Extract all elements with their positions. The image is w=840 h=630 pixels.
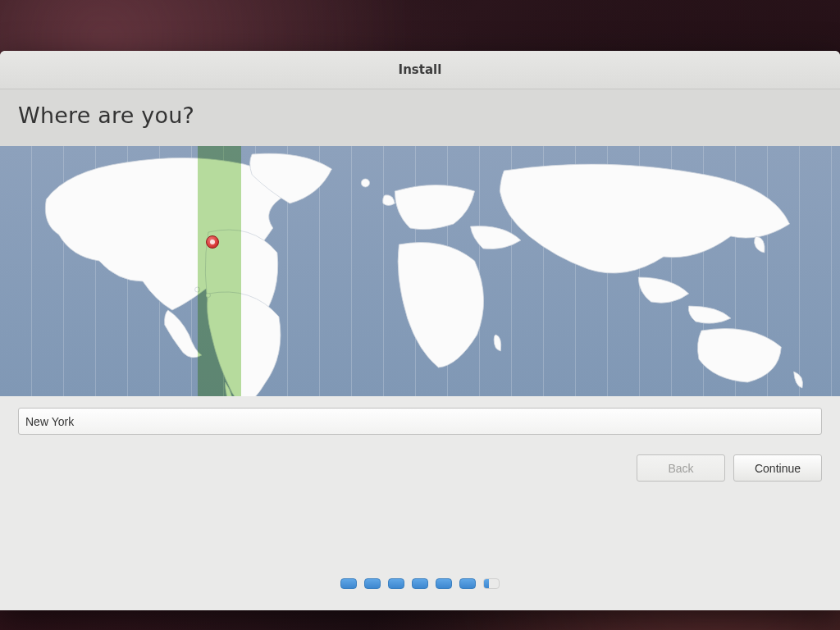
progress-dot — [459, 578, 476, 589]
installer-window: Install Where are you? — [0, 51, 840, 610]
svg-point-2 — [361, 179, 369, 187]
nav-button-row: Back Continue — [18, 454, 822, 482]
progress-dot — [436, 578, 452, 589]
location-input[interactable] — [18, 408, 822, 435]
selected-timezone-band — [198, 146, 241, 396]
back-button[interactable]: Back — [637, 454, 725, 482]
continue-button[interactable]: Continue — [733, 454, 822, 482]
title-bar: Install — [0, 51, 840, 89]
progress-dot — [388, 578, 404, 589]
progress-dot — [364, 578, 381, 589]
timezone-map[interactable] — [0, 146, 840, 396]
progress-dot — [340, 578, 357, 589]
content-area: Back Continue — [0, 396, 840, 610]
progress-dot — [412, 578, 428, 589]
world-map-graphic — [0, 146, 840, 396]
location-marker[interactable] — [206, 235, 219, 249]
progress-dot-current — [483, 578, 500, 589]
page-heading: Where are you? — [18, 103, 822, 128]
progress-indicator — [0, 578, 840, 589]
window-title: Install — [399, 62, 442, 77]
map-pin-icon — [206, 235, 219, 249]
page-header: Where are you? — [0, 89, 840, 146]
